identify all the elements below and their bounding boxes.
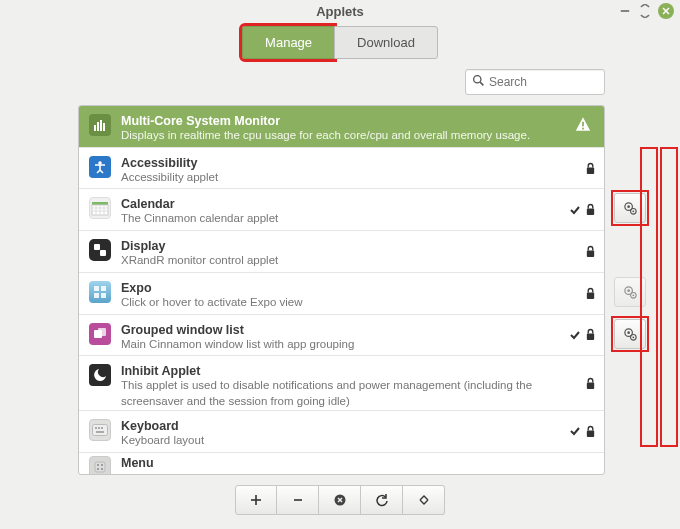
search-box[interactable] [465,69,605,95]
applet-row[interactable]: Multi-Core System MonitorDisplays in rea… [79,106,604,148]
svg-rect-36 [101,427,103,429]
applet-row[interactable]: DisplayXRandR monitor control applet [79,231,604,273]
applet-text: CalendarThe Cinnamon calendar applet [121,197,594,227]
settings-button[interactable] [614,319,646,349]
svg-point-53 [627,331,630,334]
applet-row[interactable]: CalendarThe Cinnamon calendar applet [79,189,604,231]
applet-title: Calendar [121,197,558,211]
applet-description: Keyboard layout [121,433,558,449]
applet-title: Display [121,239,558,253]
lock-icon [580,273,600,314]
inhibit-icon [89,364,111,386]
applet-row[interactable]: KeyboardKeyboard layout [79,411,604,453]
svg-point-49 [627,289,630,292]
svg-rect-9 [582,122,584,127]
svg-rect-32 [586,382,593,388]
svg-rect-22 [100,250,106,256]
applet-description: This applet is used to disable notificat… [121,378,558,409]
enabled-check-icon [566,315,584,356]
tab-bar: Manage Download [0,22,680,69]
svg-point-51 [632,294,634,296]
applet-title: Grouped window list [121,323,558,337]
applets-window: Applets Manage Download Multi-Core Syste… [0,0,680,529]
applet-description: Main Cinnamon window list with app group… [121,337,558,353]
settings-button-wrap [614,277,646,307]
applet-text: KeyboardKeyboard layout [121,419,594,449]
bottom-toolbar [0,475,680,529]
applet-text: Menu [121,456,594,470]
monitor-icon [89,114,111,136]
svg-point-40 [97,464,99,466]
svg-rect-33 [93,424,108,435]
applet-description: Displays in realtime the cpu usage for e… [121,128,558,144]
applet-title: Multi-Core System Monitor [121,114,558,128]
settings-button[interactable] [614,193,646,223]
applet-text: AccessibilityAccessibility applet [121,156,594,186]
tab-manage[interactable]: Manage [242,26,334,59]
search-input[interactable] [489,75,639,89]
applet-text: Multi-Core System MonitorDisplays in rea… [121,114,594,144]
applet-title: Inhibit Applet [121,364,558,378]
svg-point-43 [101,468,103,470]
svg-rect-12 [586,167,593,173]
warning-icon [574,116,592,137]
maximize-button[interactable] [638,4,652,18]
applet-text: ExpoClick or hover to activate Expo view [121,281,594,311]
applet-description: Click or hover to activate Expo view [121,295,558,311]
access-icon [89,156,111,178]
calendar-icon [89,197,111,219]
svg-point-41 [101,464,103,466]
uninstall-button[interactable] [319,485,361,515]
tab-download[interactable]: Download [334,26,438,59]
svg-rect-21 [94,244,100,250]
enabled-check-icon [566,411,584,452]
expo-icon [89,281,111,303]
about-button[interactable] [403,485,445,515]
titlebar: Applets [0,0,680,22]
svg-rect-7 [100,120,102,131]
applet-row[interactable]: AccessibilityAccessibility applet [79,148,604,190]
svg-rect-30 [98,328,106,336]
annotation-lock-column [660,147,678,447]
search-icon [472,74,485,90]
settings-button [614,277,646,307]
svg-rect-10 [582,128,584,130]
svg-rect-20 [586,209,593,215]
group-icon [89,323,111,345]
svg-rect-8 [103,123,105,131]
svg-rect-24 [94,286,99,291]
svg-point-3 [474,76,481,83]
svg-rect-27 [101,293,106,298]
svg-line-4 [480,82,483,85]
applet-row[interactable]: Menu [79,453,604,474]
close-button[interactable] [658,3,674,19]
applet-description: XRandR monitor control applet [121,253,558,269]
applet-title: Expo [121,281,558,295]
window-title: Applets [0,4,680,19]
applet-list[interactable]: Multi-Core System MonitorDisplays in rea… [78,105,605,475]
svg-rect-6 [97,122,99,131]
enabled-check-icon [566,189,584,230]
svg-rect-38 [586,430,593,436]
menu-icon [89,456,111,475]
svg-point-45 [627,205,630,208]
lock-icon [580,148,600,189]
remove-button[interactable] [277,485,319,515]
applet-row[interactable]: ExpoClick or hover to activate Expo view [79,273,604,315]
applet-row[interactable]: Inhibit AppletThis applet is used to dis… [79,356,604,411]
applet-row[interactable]: Grouped window listMain Cinnamon window … [79,315,604,357]
applet-text: DisplayXRandR monitor control applet [121,239,594,269]
svg-rect-37 [96,431,104,433]
add-button[interactable] [235,485,277,515]
svg-rect-28 [586,292,593,298]
lock-icon [580,356,600,410]
window-controls [618,3,674,19]
display-icon [89,239,111,261]
svg-rect-34 [95,427,97,429]
minimize-button[interactable] [618,4,632,18]
svg-rect-25 [101,286,106,291]
applet-description: The Cinnamon calendar applet [121,211,558,227]
svg-point-47 [632,210,634,212]
restore-button[interactable] [361,485,403,515]
settings-button-wrap [614,193,646,223]
